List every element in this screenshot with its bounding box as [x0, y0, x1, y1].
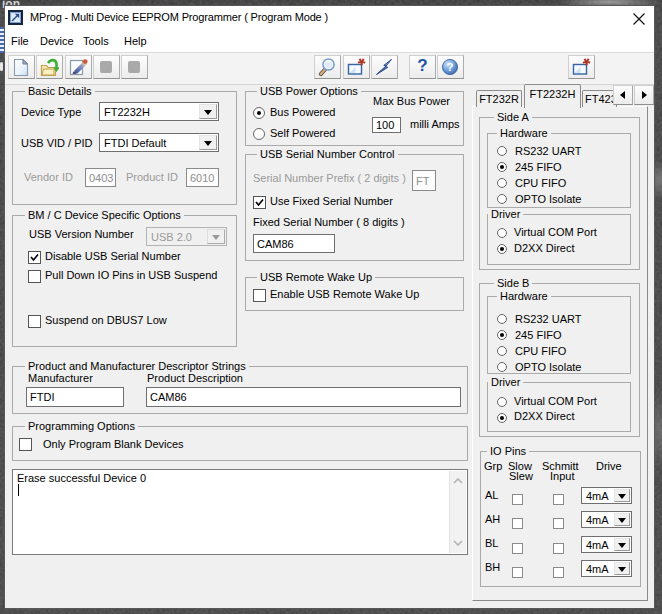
- svg-text:?: ?: [446, 61, 453, 73]
